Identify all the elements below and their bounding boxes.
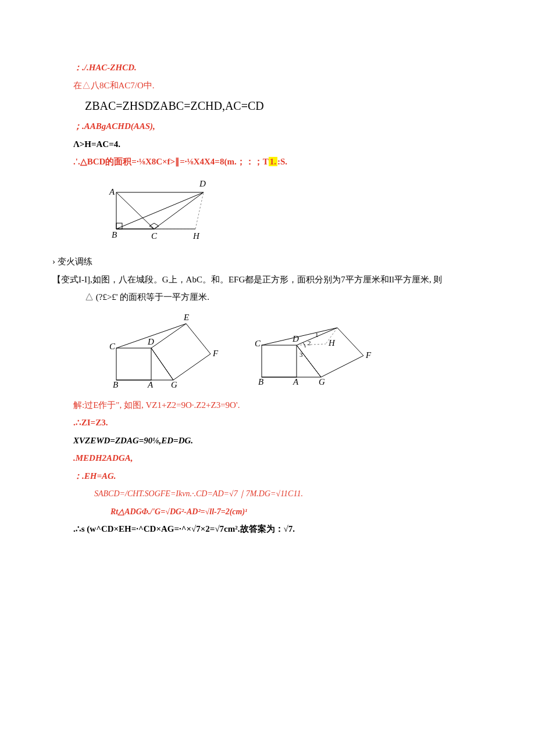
svg-line-14 — [151, 348, 173, 380]
text: ；.AABgACHD(AAS), — [73, 121, 155, 131]
svg-rect-4 — [116, 223, 122, 229]
svg-text:F: F — [212, 349, 219, 358]
text: ：./.HAC-ZHCD. — [73, 63, 137, 72]
text: .'.△BCD的面积=·⅛X8C×f>∥=·⅛X4X4=8(m.；：；T — [73, 157, 269, 166]
text: SABCD=/CHT.SOGFE=Ikvn.·.CD=AD=√7｜7M.DG=√… — [94, 489, 303, 498]
solution-line: .MEDH2ADGA, — [52, 450, 483, 467]
section-guide: › 变火调练 — [52, 253, 483, 270]
svg-text:G: G — [319, 377, 325, 386]
solution-line: XVZEWD=ZDAG=90⅛,ED=DG. — [52, 432, 483, 449]
svg-text:B: B — [112, 230, 117, 239]
figure-abcd-h: A D B C H — [105, 174, 483, 249]
page: ：./.HAC-ZHCD. 在△八8C和AC7/O中. ZBAC=ZHSDZAB… — [0, 0, 535, 574]
text: :S. — [277, 157, 287, 166]
solution-line: Rt△ADGΦ./'G=√DG²-AD²=√ll-7=2(cm)¹ — [52, 503, 483, 520]
svg-text:A: A — [109, 187, 115, 196]
svg-marker-12 — [151, 324, 211, 380]
svg-marker-24 — [297, 328, 363, 377]
svg-text:D: D — [147, 337, 154, 346]
svg-text:E: E — [183, 313, 189, 322]
svg-text:F: F — [365, 350, 372, 360]
text: △ (?£>£' 的面积等于一平方厘米. — [85, 292, 209, 302]
svg-text:D: D — [292, 334, 299, 343]
svg-text:H: H — [328, 338, 336, 347]
svg-text:C: C — [109, 342, 116, 351]
solution-line: SABCD=/CHT.SOGFE=Ikvn.·.CD=AD=√7｜7M.DG=√… — [52, 485, 483, 502]
svg-text:C: C — [151, 231, 158, 241]
geometry-svg: A D B C H — [105, 174, 215, 243]
solution-line: ：.EH=AG. — [52, 468, 483, 485]
svg-text:3: 3 — [299, 351, 303, 358]
geometry-svg-left: C D E F B A G — [105, 313, 221, 389]
svg-text:2: 2 — [308, 339, 311, 346]
text: › 变火调练 — [52, 257, 92, 266]
highlight: 1. — [269, 157, 277, 166]
solution-line: .∴s (w^CD×EH=·^CD×AG=·^×√7×2=√7cm².故答案为：… — [52, 521, 483, 538]
svg-text:1: 1 — [315, 331, 319, 338]
variant-prompt: 【变式I-I],如图，八在城段。G上，AbC。和。EFG都是正方形，面积分别为7… — [52, 271, 483, 288]
svg-text:D: D — [199, 179, 206, 188]
text: XVZEWD=ZDAG=90⅛,ED=DG. — [73, 436, 193, 445]
svg-line-25 — [262, 328, 337, 345]
text: ZBAC=ZHSDZABC=ZCHD,AC=CD — [85, 99, 264, 112]
solution-line: .∴ZI=Z3. — [52, 414, 483, 431]
svg-line-2 — [195, 192, 204, 229]
text: Λ>H=AC=4. — [73, 139, 120, 149]
text: 解:过E作于", 如图, VZ1+Z2=9O·.Z2+Z3=9O'. — [73, 400, 240, 410]
step-line: ；.AABgACHD(AAS), — [52, 118, 483, 135]
svg-line-28 — [297, 344, 326, 345]
step-line: 在△八8C和AC7/O中. — [52, 77, 483, 94]
text: ：.EH=AG. — [73, 471, 116, 481]
figure-row: C D E F B A G C D H F B A G 1 2 3 — [105, 310, 483, 389]
step-line: .'.△BCD的面积=·⅛X8C×f>∥=·⅛X4X4=8(m.；：；T1.:S… — [52, 153, 483, 170]
text: .∴s (w^CD×EH=·^CD×AG=·^×√7×2=√7cm².故答案为：… — [73, 524, 295, 533]
svg-text:A: A — [147, 380, 154, 389]
step-line: Λ>H=AC=4. — [52, 136, 483, 153]
text: Rt△ADGΦ./'G=√DG²-AD²=√ll-7=2(cm)¹ — [110, 507, 247, 516]
text: .MEDH2ADGA, — [73, 453, 133, 463]
svg-text:C: C — [255, 339, 261, 348]
variant-prompt-2: △ (?£>£' 的面积等于一平方厘米. — [52, 289, 483, 306]
step-line: ：./.HAC-ZHCD. — [52, 59, 483, 76]
svg-text:A: A — [293, 377, 299, 386]
svg-line-26 — [297, 345, 321, 377]
text: .∴ZI=Z3. — [73, 418, 108, 427]
svg-text:B: B — [258, 377, 263, 386]
solution-line: 解:过E作于", 如图, VZ1+Z2=9O·.Z2+Z3=9O'. — [52, 397, 483, 414]
text: 【变式I-I],如图，八在城段。G上，AbC。和。EFG都是正方形，面积分别为7… — [52, 275, 442, 284]
svg-text:G: G — [171, 380, 177, 389]
text: 在△八8C和AC7/O中. — [73, 81, 155, 90]
geometry-svg-right: C D H F B A G 1 2 3 — [250, 310, 378, 389]
equation-line: ZBAC=ZHSDZABC=ZCHD,AC=CD — [52, 95, 483, 117]
svg-text:H: H — [192, 231, 200, 241]
svg-rect-23 — [262, 345, 297, 377]
svg-text:B: B — [113, 380, 118, 389]
svg-rect-11 — [116, 348, 151, 380]
